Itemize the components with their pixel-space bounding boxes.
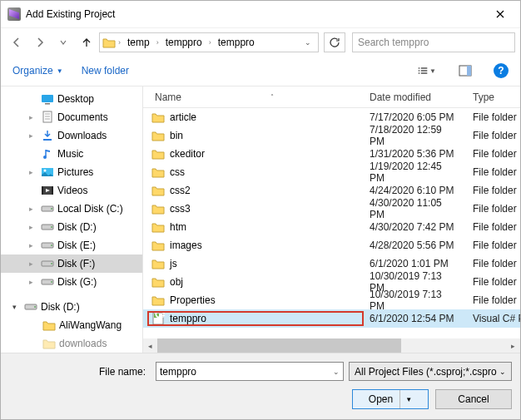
scroll-thumb[interactable] [157,338,401,353]
file-row[interactable]: images4/28/2020 5:56 PMFile folder [143,236,520,254]
drive-icon [41,239,54,252]
open-button[interactable]: Open ▼ [352,389,429,409]
tree-documents[interactable]: Documents [1,108,142,126]
refresh-button[interactable] [324,32,345,52]
drive-icon [24,300,37,314]
svg-rect-9 [45,103,50,105]
tree-desktop[interactable]: Desktop [1,90,142,108]
new-folder-button[interactable]: New folder [82,65,129,77]
chevron-right-icon[interactable]: › [207,38,213,47]
chevron-right-icon[interactable]: › [155,38,161,47]
file-name: css [170,166,185,178]
file-list[interactable]: article7/17/2020 6:05 PMFile folderbin7/… [143,108,520,338]
file-row[interactable]: htm4/30/2020 7:42 PMFile folder [143,218,520,236]
music-icon [41,147,54,161]
split-drop-icon[interactable]: ▼ [399,390,412,408]
back-button[interactable] [6,32,27,53]
svg-rect-1 [421,67,428,69]
organize-menu[interactable]: Organize▼ [12,65,63,77]
crumb-2[interactable]: temppro [161,33,207,52]
hscrollbar[interactable]: ◂ ▸ [143,338,520,353]
chevron-down-icon: ▼ [429,67,436,75]
header-type[interactable]: Type [466,91,520,103]
tree-downloads[interactable]: Downloads [1,126,142,145]
header-name[interactable]: Name˄ [148,91,363,103]
filename-input[interactable]: temppro ⌄ [156,362,344,381]
crumb-3[interactable]: temppro [213,33,260,52]
drive-icon [41,202,54,215]
tree-music[interactable]: Music [1,145,142,163]
svg-point-27 [51,281,52,283]
tree-disk-d[interactable]: Disk (D:) [1,218,142,236]
nav-tree[interactable]: Desktop Documents Downloads Music Pictur… [1,86,142,353]
tree-disk-g[interactable]: Disk (G:) [1,273,142,291]
folder-icon [151,147,165,161]
drive-icon [41,257,54,270]
tree-downloads2[interactable]: downloads [1,334,142,353]
search-placeholder: Search temppro [358,37,429,48]
app-icon [7,7,21,21]
breadcrumb-drop[interactable]: ⌄ [300,38,316,47]
file-type: Visual C# Pro [466,313,520,324]
tree-disk-d2[interactable]: Disk (D:) [1,298,142,316]
crumb-1[interactable]: temp [122,33,155,52]
nav-bar: › temp › temppro › temppro ⌄ Search temp… [1,27,520,56]
preview-pane-button[interactable] [455,62,475,80]
recent-drop[interactable] [52,32,74,53]
tree-aliwang[interactable]: AliWangWang [1,316,142,334]
cancel-button[interactable]: Cancel [435,389,512,409]
file-row[interactable]: Properties10/30/2019 7:13 PMFile folder [143,291,520,309]
tree-videos[interactable]: Videos [1,181,142,200]
file-name: obj [170,276,183,288]
file-type: File folder [466,221,520,233]
file-type: File folder [466,130,520,141]
svg-point-25 [51,263,52,264]
svg-rect-17 [52,186,53,195]
help-button[interactable]: ? [494,63,509,78]
file-row[interactable]: css1/19/2020 12:45 PMFile folder [143,163,520,181]
chevron-down-icon[interactable]: ⌄ [333,368,340,376]
svg-rect-16 [42,186,43,195]
file-type: File folder [466,166,520,178]
file-name: css2 [170,185,191,196]
forward-button[interactable] [29,32,51,53]
file-row[interactable]: bin7/18/2020 12:59 PMFile folder [143,126,520,145]
view-options-button[interactable]: ▼ [417,62,437,80]
svg-point-12 [43,156,47,159]
file-row[interactable]: C#temppro6/1/2020 12:54 PMVisual C# Pro [143,309,520,328]
file-date: 1/31/2020 5:36 PM [363,148,466,160]
tree-pictures[interactable]: Pictures [1,163,142,181]
file-row[interactable]: css34/30/2020 11:05 PMFile folder [143,200,520,218]
toolbar: Organize▼ New folder ▼ ? [1,56,520,86]
breadcrumb-bar[interactable]: › temp › temppro › temppro ⌄ [99,32,319,52]
svg-point-21 [51,226,52,228]
search-input[interactable]: Search temppro [352,32,515,52]
header-date[interactable]: Date modified [363,91,466,103]
close-button[interactable] [482,2,519,27]
chevron-right-icon[interactable]: › [117,38,122,47]
file-date: 7/17/2020 6:05 PM [363,111,466,123]
folder-icon [151,202,165,215]
scroll-right-icon[interactable]: ▸ [506,338,520,353]
file-name: temppro [170,313,206,324]
up-button[interactable] [76,32,97,53]
file-filter-select[interactable]: All Project Files (*.csproj;*.cspro ⌄ [349,362,512,381]
svg-rect-11 [43,139,52,141]
svg-rect-3 [421,70,428,72]
bottom-panel: File name: temppro ⌄ All Project Files (… [1,353,520,419]
file-type: File folder [466,111,520,123]
svg-point-29 [34,306,36,308]
file-type: File folder [466,258,520,269]
svg-text:C#: C# [155,312,165,320]
folder-icon [102,35,117,50]
documents-icon [41,111,54,124]
scroll-left-icon[interactable]: ◂ [143,338,157,353]
downloads-icon [41,129,54,142]
tree-disk-f[interactable]: Disk (F:) [1,254,142,273]
file-name: article [170,111,196,123]
tree-disk-e[interactable]: Disk (E:) [1,236,142,254]
sort-indicator-icon: ˄ [270,93,274,101]
svg-rect-5 [421,72,428,74]
file-type: File folder [466,148,520,160]
tree-local-c[interactable]: Local Disk (C:) [1,200,142,218]
